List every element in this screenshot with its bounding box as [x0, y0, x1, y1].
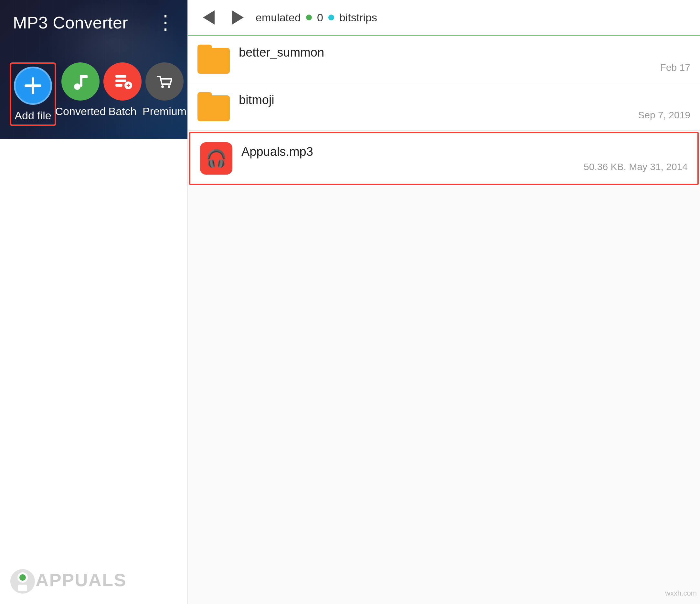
svg-rect-5 — [116, 75, 126, 78]
nav-forward-button[interactable] — [227, 6, 249, 29]
file-name-better-summon: better_summon — [239, 46, 690, 59]
svg-point-2 — [74, 83, 80, 90]
left-panel: MP3 Converter ⋮ Add file — [0, 0, 188, 604]
add-file-button[interactable]: Add file — [14, 67, 52, 122]
folder-body-bitmoji — [197, 95, 230, 121]
converted-label: Converted — [55, 105, 106, 118]
file-info-bitmoji: bitmoji Sep 7, 2019 — [239, 93, 690, 121]
right-panel: emulated 0 bitstrips better_summon Feb 1… — [188, 0, 700, 604]
add-file-label: Add file — [15, 109, 51, 122]
file-row-better-summon[interactable]: better_summon Feb 17 — [188, 35, 700, 83]
svg-rect-4 — [80, 75, 88, 78]
svg-rect-7 — [116, 84, 123, 87]
appuals-logo-icon — [10, 569, 35, 594]
file-row-appuals-mp3[interactable]: 🎧 Appuals.mp3 50.36 KB, May 31, 2014 — [189, 132, 699, 185]
site-watermark: wxxh.com — [665, 589, 697, 598]
breadcrumb-count: 0 — [317, 11, 323, 24]
forward-arrow-icon — [232, 10, 244, 25]
plus-icon — [23, 76, 43, 95]
file-browser-header: emulated 0 bitstrips — [188, 0, 700, 35]
file-name-appuals: Appuals.mp3 — [242, 145, 688, 159]
cart-icon — [155, 72, 174, 91]
back-arrow-icon — [203, 10, 215, 25]
breadcrumb-dot-1 — [306, 15, 312, 20]
music-note-icon — [71, 72, 90, 91]
mp3-icon-appuals: 🎧 — [200, 142, 232, 175]
toolbar: Add file Converted — [0, 56, 188, 139]
breadcrumb-dot-2 — [328, 15, 334, 20]
watermark-appuals: APPUALS — [35, 570, 127, 590]
breadcrumb-bitstrips: bitstrips — [339, 11, 377, 24]
header-top: MP3 Converter ⋮ — [0, 0, 188, 32]
file-row-bitmoji[interactable]: bitmoji Sep 7, 2019 — [188, 83, 700, 130]
svg-point-12 — [168, 86, 170, 88]
batch-list-icon — [113, 72, 132, 91]
file-info-appuals: Appuals.mp3 50.36 KB, May 31, 2014 — [242, 145, 688, 172]
add-file-icon-circle — [14, 67, 52, 105]
add-file-wrapper: Add file — [10, 63, 56, 126]
breadcrumb: emulated 0 bitstrips — [256, 11, 690, 24]
batch-icon-circle — [103, 63, 142, 101]
headphone-icon: 🎧 — [206, 149, 227, 168]
left-content — [0, 139, 188, 604]
watermark-text: APPUALS — [10, 570, 127, 590]
converted-icon-circle — [61, 63, 100, 101]
breadcrumb-emulated: emulated — [256, 11, 301, 24]
file-meta-better-summon: Feb 17 — [239, 62, 690, 73]
folder-icon-better-summon — [197, 45, 230, 74]
file-meta-bitmoji: Sep 7, 2019 — [239, 110, 690, 121]
file-info-better-summon: better_summon Feb 17 — [239, 46, 690, 73]
folder-icon-bitmoji — [197, 92, 230, 121]
folder-body — [197, 48, 230, 74]
premium-label: Premium — [143, 105, 186, 118]
svg-rect-16 — [18, 585, 27, 591]
header-bar: MP3 Converter ⋮ Add file — [0, 0, 188, 139]
svg-rect-6 — [116, 79, 126, 82]
nav-back-button[interactable] — [197, 6, 220, 29]
converted-button[interactable]: Converted — [63, 63, 98, 118]
watermark: APPUALS — [10, 569, 127, 594]
file-meta-appuals: 50.36 KB, May 31, 2014 — [242, 161, 688, 172]
app-title: MP3 Converter — [13, 13, 128, 32]
svg-point-15 — [19, 574, 26, 581]
batch-button[interactable]: Batch — [105, 63, 140, 118]
premium-icon-circle — [145, 63, 183, 101]
batch-label: Batch — [108, 105, 137, 118]
svg-point-11 — [161, 86, 164, 88]
file-list: better_summon Feb 17 bitmoji Sep 7, 2019… — [188, 35, 700, 604]
more-icon[interactable]: ⋮ — [156, 13, 175, 32]
premium-button[interactable]: Premium — [147, 63, 182, 118]
file-name-bitmoji: bitmoji — [239, 93, 690, 107]
